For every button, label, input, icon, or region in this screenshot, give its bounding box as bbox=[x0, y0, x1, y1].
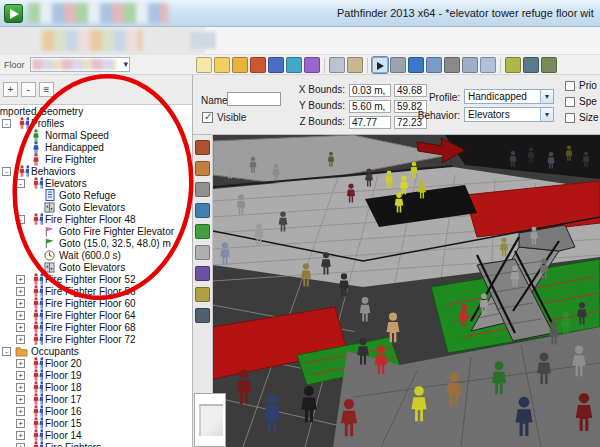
crosshair-tool-icon[interactable] bbox=[505, 57, 521, 73]
tree-item-goto-15-0-32-5-48-0-m[interactable]: Goto (15.0, 32.5, 48.0) m bbox=[0, 237, 192, 249]
z-bounds-min[interactable]: 47.77 m, bbox=[349, 116, 391, 129]
zoom-in-tool-icon[interactable] bbox=[462, 57, 478, 73]
floor-combo[interactable]: ▾ bbox=[30, 57, 130, 72]
occupant-tool-icon[interactable] bbox=[195, 287, 210, 302]
zoom-tool-icon[interactable] bbox=[444, 57, 460, 73]
scenario-tool-icon[interactable] bbox=[195, 140, 210, 155]
collapse-icon[interactable]: - bbox=[16, 179, 25, 188]
expand-icon[interactable]: + bbox=[16, 323, 25, 332]
terrain-tool-icon[interactable] bbox=[195, 161, 210, 176]
move-tool-icon[interactable] bbox=[390, 57, 406, 73]
tree-item-handicapped[interactable]: Handicapped bbox=[0, 141, 192, 153]
tree-item-elevators[interactable]: -Elevators bbox=[0, 177, 192, 189]
tree-item-fire-fighter-floor-64[interactable]: +Fire Fighter Floor 64 bbox=[0, 309, 192, 321]
y-bounds-min[interactable]: 5.60 m, bbox=[349, 100, 391, 113]
spe-label: Spe bbox=[579, 96, 597, 107]
new-model-icon[interactable] bbox=[196, 57, 212, 73]
collapse-tree-icon[interactable]: - bbox=[21, 82, 36, 97]
expand-icon[interactable]: + bbox=[16, 287, 25, 296]
tree-item-occupants[interactable]: -Occupants bbox=[0, 345, 192, 357]
floor-tool-icon[interactable] bbox=[195, 182, 210, 197]
tree-item-goto-fire-fighter-elevator[interactable]: Goto Fire Fighter Elevator bbox=[0, 225, 192, 237]
tree-item-fire-fighters[interactable]: +Fire Fighters bbox=[0, 441, 192, 447]
tree-item-label: Floor 14 bbox=[45, 430, 82, 441]
tree-item-fire-fighter-floor-68[interactable]: +Fire Fighter Floor 68 bbox=[0, 321, 192, 333]
size-checkbox[interactable] bbox=[565, 113, 575, 123]
collapse-icon[interactable]: - bbox=[16, 215, 25, 224]
zoom-out-tool-icon[interactable] bbox=[480, 57, 496, 73]
camera-tool-icon[interactable] bbox=[195, 308, 210, 323]
stair-tool-icon[interactable] bbox=[195, 245, 210, 260]
tree-item-goto-elevators[interactable]: Goto Elevators bbox=[0, 261, 192, 273]
tree-item-floor-18[interactable]: +Floor 18 bbox=[0, 381, 192, 393]
tree-item-fire-fighter-floor-60[interactable]: +Fire Fighter Floor 60 bbox=[0, 297, 192, 309]
collapse-icon[interactable]: - bbox=[2, 119, 11, 128]
titlebar[interactable]: Pathfinder 2013 x64 - *elevator tower re… bbox=[0, 0, 600, 27]
expand-icon[interactable]: + bbox=[16, 299, 25, 308]
tree-item-imported-geometry[interactable]: -Imported Geometry bbox=[0, 105, 192, 117]
behavior-select[interactable]: Elevators ▾ bbox=[464, 107, 554, 122]
copy-icon[interactable] bbox=[329, 57, 345, 73]
expand-icon[interactable]: + bbox=[16, 275, 25, 284]
expand-icon[interactable]: + bbox=[16, 359, 25, 368]
tree-item-fire-fighter-floor-52[interactable]: +Fire Fighter Floor 52 bbox=[0, 273, 192, 285]
expand-icon[interactable]: + bbox=[16, 395, 25, 404]
tree-item-floor-20[interactable]: +Floor 20 bbox=[0, 357, 192, 369]
tree-item-floor-19[interactable]: +Floor 19 bbox=[0, 369, 192, 381]
spe-checkbox[interactable] bbox=[565, 97, 575, 107]
grid-view-icon[interactable] bbox=[523, 57, 539, 73]
x-bounds-min[interactable]: 0.03 m, bbox=[349, 84, 391, 97]
expand-icon[interactable]: + bbox=[16, 443, 25, 447]
expand-icon[interactable]: + bbox=[16, 407, 25, 416]
tree-item-goto-elevators[interactable]: Goto Elevators bbox=[0, 201, 192, 213]
tree-item-fire-fighter[interactable]: Fire Fighter bbox=[0, 153, 192, 165]
layout-view-icon[interactable] bbox=[541, 57, 557, 73]
tree-item-floor-16[interactable]: +Floor 16 bbox=[0, 405, 192, 417]
undo-icon[interactable] bbox=[286, 57, 302, 73]
tree-item-behaviors[interactable]: -Behaviors bbox=[0, 165, 192, 177]
orbit-tool-icon[interactable] bbox=[408, 57, 424, 73]
people-icon bbox=[28, 417, 43, 429]
select-tool-icon[interactable] bbox=[372, 57, 388, 73]
collapse-icon[interactable]: - bbox=[2, 167, 11, 176]
chevron-down-icon[interactable]: ▾ bbox=[540, 90, 553, 103]
save-model-icon[interactable] bbox=[232, 57, 248, 73]
tree-item-goto-refuge[interactable]: Goto Refuge bbox=[0, 189, 192, 201]
profile-select[interactable]: Handicapped ▾ bbox=[464, 89, 554, 104]
elevator-icon bbox=[42, 202, 57, 213]
door-tool-icon[interactable] bbox=[195, 224, 210, 239]
import-geometry-icon[interactable] bbox=[250, 57, 266, 73]
expand-icon[interactable]: + bbox=[16, 431, 25, 440]
tree-item-label: Imported Geometry bbox=[0, 106, 83, 117]
clock-icon bbox=[42, 250, 57, 261]
prio-checkbox[interactable] bbox=[565, 81, 575, 91]
tree-item-floor-15[interactable]: +Floor 15 bbox=[0, 417, 192, 429]
elevator-tool-icon[interactable] bbox=[195, 266, 210, 281]
expand-icon[interactable]: + bbox=[16, 335, 25, 344]
export-icon[interactable] bbox=[268, 57, 284, 73]
expand-icon[interactable]: + bbox=[16, 371, 25, 380]
tree-options-icon[interactable]: ≡ bbox=[39, 82, 54, 97]
expand-icon[interactable]: + bbox=[16, 311, 25, 320]
tree-item-floor-14[interactable]: +Floor 14 bbox=[0, 429, 192, 441]
room-tool-icon[interactable] bbox=[195, 203, 210, 218]
expand-tree-icon[interactable]: + bbox=[3, 82, 18, 97]
tree-item-fire-fighter-floor-48[interactable]: -Fire Fighter Floor 48 bbox=[0, 213, 192, 225]
pan-tool-icon[interactable] bbox=[426, 57, 442, 73]
scene-3d[interactable] bbox=[213, 135, 600, 447]
expand-icon[interactable]: + bbox=[16, 419, 25, 428]
tree-item-fire-fighter-floor-56[interactable]: +Fire Fighter Floor 56 bbox=[0, 285, 192, 297]
canvas-3d[interactable] bbox=[213, 135, 600, 447]
open-model-icon[interactable] bbox=[214, 57, 230, 73]
redo-icon[interactable] bbox=[304, 57, 320, 73]
tree-item-label: Floor 17 bbox=[45, 394, 82, 405]
tree-item-profiles[interactable]: -Profiles bbox=[0, 117, 192, 129]
chevron-down-icon[interactable]: ▾ bbox=[540, 108, 553, 121]
paste-icon[interactable] bbox=[347, 57, 363, 73]
expand-icon[interactable]: + bbox=[16, 383, 25, 392]
tree-item-floor-17[interactable]: +Floor 17 bbox=[0, 393, 192, 405]
tree-item-normal-speed[interactable]: Normal Speed bbox=[0, 129, 192, 141]
collapse-icon[interactable]: - bbox=[2, 347, 11, 356]
tree-item-fire-fighter-floor-72[interactable]: +Fire Fighter Floor 72 bbox=[0, 333, 192, 345]
tree-item-wait-600-0-s[interactable]: Wait (600.0 s) bbox=[0, 249, 192, 261]
